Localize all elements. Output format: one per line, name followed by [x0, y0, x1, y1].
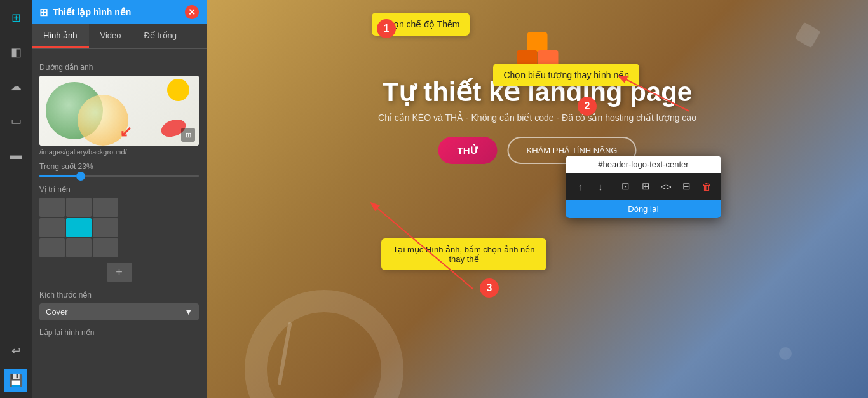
position-label: Vị trí nền: [39, 185, 199, 194]
image-path: /images/gallery/background/: [39, 148, 199, 156]
pos-bl[interactable]: [39, 238, 65, 257]
pos-mc[interactable]: [66, 218, 92, 237]
chevron-down-icon: ▼: [184, 307, 193, 317]
pos-bc[interactable]: [66, 238, 92, 257]
size-select[interactable]: Cover ▼: [39, 303, 199, 320]
pos-ml[interactable]: [39, 218, 65, 237]
lp-subtitle: Chỉ cần KÉO và THẢ - Không cần biết code…: [340, 113, 735, 123]
desktop-icon[interactable]: ▬: [4, 144, 27, 167]
background-settings-panel: ⊞ Thiết lập hình nền ✕ Hình ảnh Video Để…: [32, 0, 207, 398]
frame-button[interactable]: ⊡: [616, 177, 635, 196]
element-id-label: #header-logo-text-center: [566, 156, 721, 173]
opacity-label: Trong suốt 23%: [39, 162, 199, 171]
pos-tl[interactable]: [39, 198, 65, 217]
panel-tabs: Hình ảnh Video Để trống: [32, 24, 207, 49]
move-down-button[interactable]: ↓: [591, 177, 610, 196]
tab-video[interactable]: Video: [89, 24, 133, 48]
sidebar: ⊞ ◧ ☁ ▭ ▬ ↩ 💾: [0, 0, 32, 398]
opacity-slider[interactable]: [39, 175, 199, 177]
upload-icon[interactable]: ☁: [4, 75, 27, 98]
try-button[interactable]: THỬ: [438, 137, 498, 164]
step-number-2: 2: [578, 97, 597, 116]
step-number-1: 1: [377, 19, 396, 38]
pos-br[interactable]: [93, 238, 118, 257]
tab-image[interactable]: Hình ảnh: [32, 24, 89, 48]
popup-tools: ↑ ↓ ⊡ ⊞ <> ⊟ 🗑: [566, 173, 721, 200]
element-popup: #header-logo-text-center ↑ ↓ ⊡ ⊞ <> ⊟ 🗑 …: [566, 156, 721, 218]
bg-dot-deco: [779, 347, 792, 360]
grid-icon[interactable]: ⊞: [4, 6, 27, 29]
tooltip-2-text: Chọn biểu tượng thay hình nền: [503, 70, 629, 80]
add-position-button[interactable]: +: [107, 263, 132, 282]
pos-mr[interactable]: [93, 218, 118, 237]
mobile-icon[interactable]: ▭: [4, 109, 27, 132]
delete-button[interactable]: 🗑: [697, 177, 716, 196]
size-value: Cover: [46, 307, 68, 317]
panel-content: Đường dẫn ảnh ↙ ⊞ /images/gallery/backgr…: [32, 49, 207, 398]
tab-empty[interactable]: Để trống: [133, 24, 188, 48]
grid-tool-button[interactable]: ⊞: [636, 177, 655, 196]
size-label: Kích thước nền: [39, 291, 199, 299]
panel-title: Thiết lập hình nền: [53, 7, 131, 17]
panel-header: ⊞ Thiết lập hình nền ✕: [32, 0, 207, 24]
repeat-label: Lặp lại hình nền: [39, 328, 199, 337]
duplicate-button[interactable]: ⊟: [677, 177, 696, 196]
tooltip-3-text: Tại mục Hình ảnh, bấm chọn ảnh nền thay …: [393, 245, 535, 264]
save-icon[interactable]: 💾: [4, 369, 27, 392]
close-popup-button[interactable]: Đóng lại: [566, 200, 721, 218]
layers-icon[interactable]: ◧: [4, 41, 27, 64]
pos-tc[interactable]: [66, 198, 92, 217]
panel-close-button[interactable]: ✕: [185, 5, 199, 19]
step-number-3: 3: [480, 278, 499, 298]
panel-grid-icon: ⊞: [39, 6, 48, 18]
tooltip-2: Chọn biểu tượng thay hình nền: [493, 64, 639, 86]
undo-icon[interactable]: ↩: [4, 340, 27, 362]
lp-header: Tự thiết kế landing page Chỉ cần KÉO và …: [207, 32, 868, 164]
image-url-label: Đường dẫn ảnh: [39, 63, 199, 72]
image-preview[interactable]: ↙ ⊞: [39, 76, 199, 146]
code-button[interactable]: <>: [656, 177, 675, 196]
main-area: Tự thiết kế landing page Chỉ cần KÉO và …: [207, 0, 868, 398]
tooltip-3: Tại mục Hình ảnh, bấm chọn ảnh nền thay …: [381, 238, 546, 270]
move-up-button[interactable]: ↑: [571, 177, 590, 196]
pos-tr[interactable]: [93, 198, 118, 217]
bg-circle-deco: [245, 290, 403, 398]
image-grid-button[interactable]: ⊞: [181, 128, 195, 142]
position-grid: [39, 198, 199, 257]
